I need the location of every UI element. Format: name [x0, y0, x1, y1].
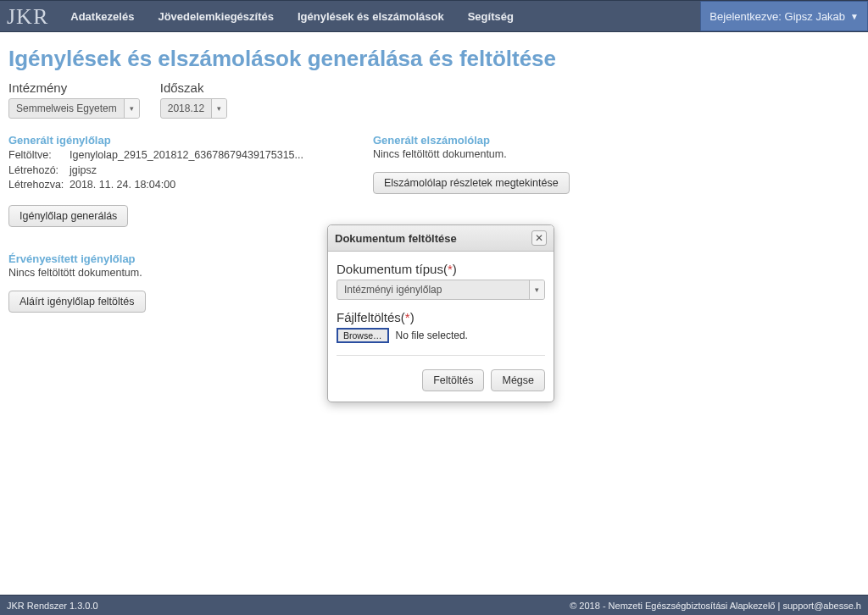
- doc-type-value: Intézményi igénylőlap: [337, 284, 529, 296]
- uploaded-row: Feltöltve: Igenylolap_2915_201812_636786…: [8, 148, 322, 163]
- creator-value: jgipsz: [70, 163, 97, 179]
- institution-select[interactable]: Semmelweis Egyetem ▾: [8, 98, 140, 119]
- generate-request-button[interactable]: Igénylőlap generálás: [8, 205, 128, 227]
- upload-button[interactable]: Feltöltés: [422, 369, 484, 391]
- nav-adatkezeles[interactable]: Adatkezelés: [70, 10, 134, 23]
- file-input-row: Browse… No file selected.: [337, 328, 545, 343]
- chevron-down-icon: ▾: [529, 280, 544, 299]
- period-select[interactable]: 2018.12 ▾: [160, 98, 227, 119]
- upload-dialog: Dokumentum feltöltése ✕ Dokumentum típus…: [327, 224, 554, 402]
- footer: JKR Rendszer 1.3.0.0 © 2018 - Nemzeti Eg…: [0, 595, 868, 615]
- uploaded-label: Feltöltve:: [8, 148, 70, 163]
- period-value: 2018.12: [161, 102, 211, 114]
- period-label: Időszak: [160, 80, 227, 95]
- close-icon[interactable]: ✕: [531, 230, 547, 246]
- left-column: Generált igénylőlap Feltöltve: Igenylola…: [8, 134, 322, 313]
- file-upload-label: Fájlfeltöltés(*): [337, 310, 545, 324]
- file-status: No file selected.: [396, 330, 468, 341]
- filters: Intézmény Semmelweis Egyetem ▾ Időszak 2…: [8, 80, 860, 119]
- dialog-header[interactable]: Dokumentum feltöltése ✕: [328, 225, 554, 252]
- app-logo: JKR: [0, 1, 60, 31]
- chevron-down-icon: ▾: [211, 99, 226, 118]
- main-nav: Adatkezelés Jövedelemkiegészítés Igénylé…: [60, 1, 514, 31]
- created-row: Létrehozva: 2018. 11. 24. 18:04:00: [8, 178, 322, 193]
- generated-settlement-nodoc: Nincs feltöltött dokumentum.: [373, 148, 687, 160]
- footer-org: © 2018 - Nemzeti Egészségbiztosítási Ala…: [570, 601, 775, 611]
- footer-right: © 2018 - Nemzeti Egészségbiztosítási Ala…: [570, 601, 861, 611]
- top-bar: JKR Adatkezelés Jövedelemkiegészítés Igé…: [0, 0, 868, 32]
- filter-period: Időszak 2018.12 ▾: [160, 80, 227, 119]
- user-menu[interactable]: Bejelentkezve: Gipsz Jakab ▼: [700, 1, 868, 31]
- generated-request-title: Generált igénylőlap: [8, 134, 322, 147]
- institution-label: Intézmény: [8, 80, 140, 95]
- creator-label: Létrehozó:: [8, 163, 70, 179]
- uploaded-value: Igenylolap_2915_201812_63678679439175315…: [70, 148, 303, 163]
- user-prefix: Bejelentkezve:: [709, 10, 782, 23]
- validated-request-title: Érvényesített igénylőlap: [8, 252, 322, 265]
- generated-settlement-title: Generált elszámolólap: [373, 134, 687, 147]
- dialog-title: Dokumentum feltöltése: [335, 232, 457, 245]
- creator-row: Létrehozó: jgipsz: [8, 163, 322, 179]
- dialog-divider: [337, 355, 545, 356]
- nav-igenylesek[interactable]: Igénylések és elszámolások: [298, 10, 444, 23]
- footer-version: JKR Rendszer 1.3.0.0: [7, 601, 98, 611]
- user-name: Gipsz Jakab: [785, 10, 846, 23]
- chevron-down-icon: ▼: [850, 12, 859, 21]
- footer-support-link[interactable]: support@abesse.h: [782, 601, 861, 611]
- institution-value: Semmelweis Egyetem: [9, 102, 124, 114]
- validated-request-nodoc: Nincs feltöltött dokumentum.: [8, 267, 322, 279]
- nav-jovedelemkiegeszites[interactable]: Jövedelemkiegészítés: [158, 10, 274, 23]
- created-value: 2018. 11. 24. 18:04:00: [70, 178, 175, 193]
- nav-segitseg[interactable]: Segítség: [468, 10, 514, 23]
- filter-institution: Intézmény Semmelweis Egyetem ▾: [8, 80, 140, 119]
- settlement-details-button[interactable]: Elszámolólap részletek megtekintése: [373, 172, 570, 194]
- created-label: Létrehozva:: [8, 178, 70, 193]
- doc-type-select[interactable]: Intézményi igénylőlap ▾: [337, 280, 545, 300]
- browse-button[interactable]: Browse…: [337, 328, 389, 343]
- cancel-button[interactable]: Mégse: [491, 369, 545, 391]
- dialog-body: Dokumentum típus(*) Intézményi igénylőla…: [328, 252, 554, 369]
- doc-type-label: Dokumentum típus(*): [337, 262, 545, 276]
- dialog-actions: Feltöltés Mégse: [328, 369, 554, 402]
- upload-signed-request-button[interactable]: Aláírt igénylőlap feltöltés: [8, 291, 146, 313]
- chevron-down-icon: ▾: [124, 99, 139, 118]
- page-title: Igénylések és elszámolások generálása és…: [8, 46, 860, 72]
